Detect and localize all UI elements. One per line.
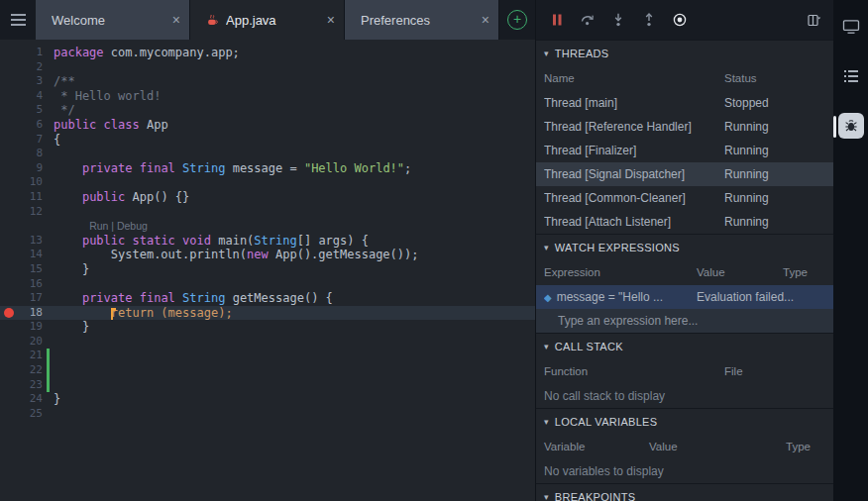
code-line[interactable]: 20 — [0, 335, 535, 350]
gutter[interactable]: 7 — [0, 133, 50, 148]
gutter[interactable]: 14 — [0, 248, 50, 262]
gutter[interactable]: 20 — [0, 335, 50, 350]
close-icon[interactable]: × — [327, 12, 335, 28]
java-file-icon — [206, 14, 219, 27]
codelens-action[interactable]: Run | Debug — [89, 220, 148, 232]
watch-column-headers: Expression Value Type — [536, 259, 833, 285]
code-line[interactable]: 5 */ — [0, 103, 535, 118]
close-icon[interactable]: × — [172, 12, 180, 28]
code-line[interactable]: 24} — [0, 392, 535, 407]
activity-item-debug[interactable] — [833, 109, 868, 143]
code-line[interactable]: 1package com.mycompany.app; — [0, 46, 535, 60]
code-line[interactable]: 21 — [0, 349, 535, 363]
gutter[interactable]: 24 — [0, 392, 50, 407]
code-line[interactable]: 8 — [0, 147, 535, 161]
code-line[interactable]: 15 } — [0, 262, 535, 277]
code-line[interactable]: 25 — [0, 407, 535, 422]
thread-row[interactable]: Thread [main]Stopped — [536, 91, 833, 115]
gutter[interactable]: 4 — [0, 89, 50, 104]
thread-row[interactable]: Thread [Reference Handler]Running — [536, 115, 833, 139]
codelens-line[interactable]: Run | Debug — [0, 219, 535, 234]
gutter[interactable]: 10 — [0, 175, 50, 190]
code-line[interactable]: 9 private final String message = "Hello … — [0, 161, 535, 176]
code-line[interactable]: 23 — [0, 378, 535, 393]
code-token: private — [82, 291, 133, 305]
gutter[interactable]: 23 — [0, 378, 50, 393]
gutter[interactable]: 22 — [0, 363, 50, 378]
thread-row[interactable]: Thread [Attach Listener]Running — [536, 210, 833, 234]
gutter[interactable]: 13 — [0, 234, 50, 249]
gutter[interactable]: 11 — [0, 190, 50, 205]
gutter[interactable]: 3 — [0, 74, 50, 89]
code-line[interactable]: 16 — [0, 277, 535, 292]
code-line[interactable]: 22 — [0, 363, 535, 378]
gutter[interactable]: 2 — [0, 60, 50, 75]
watch-expression-row[interactable]: ◆message = "Hello ...Evaluation failed..… — [536, 285, 833, 309]
column-header-status: Status — [724, 72, 833, 84]
code-line[interactable]: 3/** — [0, 74, 535, 89]
gutter[interactable]: 15 — [0, 262, 50, 277]
hamburger-icon — [11, 14, 26, 26]
code-line[interactable]: 18 return (message); — [0, 306, 535, 321]
gutter[interactable]: 18 — [0, 306, 50, 321]
threads-section-header[interactable]: ▾ THREADS — [536, 40, 833, 65]
active-view-chip — [838, 113, 864, 139]
local-variables-column-headers: Variable Value Type — [536, 434, 833, 459]
breakpoints-section-header[interactable]: ▾ BREAKPOINTS — [536, 483, 833, 501]
step-out-button[interactable] — [640, 11, 658, 29]
editor-layout-button[interactable] — [806, 11, 823, 29]
thread-row[interactable]: Thread [Finalizer]Running — [536, 139, 833, 162]
breakpoint-icon[interactable] — [4, 308, 14, 318]
code-line[interactable]: 13 public static void main(String[] args… — [0, 234, 535, 249]
tab-welcome[interactable]: Welcome× — [36, 0, 190, 40]
tab-preferences[interactable]: Preferences× — [345, 0, 499, 40]
code-line[interactable]: 17 private final String getMessage() { — [0, 291, 535, 306]
code-line[interactable]: 14 System.out.println(new App().getMessa… — [0, 248, 535, 262]
chevron-down-icon: ▾ — [544, 243, 549, 252]
gutter[interactable]: 12 — [0, 205, 50, 220]
gutter[interactable]: 17 — [0, 291, 50, 306]
gutter[interactable]: 25 — [0, 407, 50, 422]
activity-item-outline[interactable] — [833, 59, 868, 93]
pause-button[interactable] — [548, 11, 566, 29]
gutter[interactable]: 1 — [0, 46, 50, 60]
code-token — [54, 234, 82, 248]
code-editor[interactable]: 1package com.mycompany.app;23/**4 * Hell… — [0, 40, 535, 501]
step-over-button[interactable] — [579, 11, 597, 29]
gutter[interactable] — [0, 219, 50, 234]
gutter[interactable]: 21 — [0, 349, 50, 363]
gutter[interactable]: 6 — [0, 118, 50, 133]
code-line[interactable]: 19 } — [0, 320, 535, 335]
code-line[interactable]: 7{ — [0, 133, 535, 148]
code-line[interactable]: 2 — [0, 60, 535, 75]
code-line[interactable]: 6public class App — [0, 118, 535, 133]
gutter[interactable]: 9 — [0, 161, 50, 176]
code-line[interactable]: 4 * Hello world! — [0, 89, 535, 104]
record-button[interactable] — [671, 11, 689, 29]
code-line[interactable]: 12 — [0, 205, 535, 220]
code-line[interactable]: 10 — [0, 175, 535, 190]
gutter[interactable]: 5 — [0, 103, 50, 118]
activity-item-monitor[interactable] — [833, 10, 868, 44]
new-tab-button[interactable]: + — [499, 0, 535, 40]
local-variables-section-header[interactable]: ▾ LOCAL VARIABLES — [536, 408, 833, 434]
thread-row[interactable]: Thread [Signal Dispatcher]Running — [536, 162, 833, 186]
line-number: 7 — [14, 133, 43, 148]
thread-name: Thread [Finalizer] — [544, 144, 724, 157]
step-into-button[interactable] — [609, 11, 627, 29]
tab-app-java[interactable]: App.java× — [190, 0, 345, 40]
gutter[interactable]: 8 — [0, 147, 50, 161]
code-line[interactable]: 11 public App() {} — [0, 190, 535, 205]
close-icon[interactable]: × — [482, 12, 489, 28]
line-number: 14 — [14, 248, 43, 262]
column-header-variable: Variable — [544, 441, 649, 452]
thread-row[interactable]: Thread [Common-Cleaner]Running — [536, 186, 833, 210]
column-header-expression: Expression — [544, 266, 697, 278]
call-stack-section-header[interactable]: ▾ CALL STACK — [536, 333, 833, 358]
watch-expression-input[interactable]: Type an expression here... — [536, 309, 833, 333]
gutter[interactable]: 19 — [0, 320, 50, 335]
gutter[interactable]: 16 — [0, 277, 50, 292]
thread-name: Thread [Reference Handler] — [544, 120, 724, 134]
watch-section-header[interactable]: ▾ WATCH EXPRESSIONS — [536, 234, 833, 259]
main-menu-button[interactable] — [0, 0, 36, 40]
